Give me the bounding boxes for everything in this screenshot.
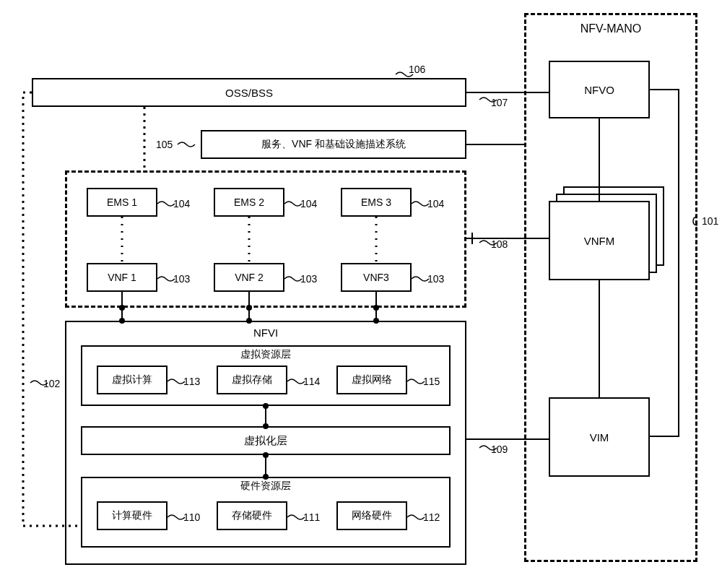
ems2-box: EMS 2 bbox=[214, 188, 284, 217]
vim-label: VIM bbox=[590, 431, 609, 444]
n104b: 104 bbox=[300, 198, 317, 209]
hcompute-box: 计算硬件 bbox=[97, 501, 168, 530]
vrl-title: 虚拟资源层 bbox=[82, 348, 449, 361]
n102: 102 bbox=[43, 378, 60, 389]
vcompute-box: 虚拟计算 bbox=[97, 366, 168, 394]
hnetwork-label: 网络硬件 bbox=[352, 509, 392, 522]
n114: 114 bbox=[303, 376, 320, 387]
nfvi-title: NFVI bbox=[66, 327, 465, 339]
desc-box: 服务、VNF 和基础设施描述系统 bbox=[201, 130, 466, 159]
ems1-label: EMS 1 bbox=[107, 196, 137, 208]
vnf2-box: VNF 2 bbox=[214, 263, 284, 292]
vnfm-box: VNFM bbox=[549, 201, 650, 280]
nfvo-box: NFVO bbox=[549, 61, 650, 118]
vnf1-box: VNF 1 bbox=[87, 263, 157, 292]
n109: 109 bbox=[491, 444, 508, 455]
vstorage-label: 虚拟存储 bbox=[232, 373, 272, 386]
hstorage-box: 存储硬件 bbox=[217, 501, 287, 530]
hstorage-label: 存储硬件 bbox=[232, 509, 272, 522]
oss-bss-label: OSS/BSS bbox=[225, 87, 273, 99]
vnf3-label: VNF3 bbox=[363, 272, 389, 283]
n107: 107 bbox=[491, 97, 508, 108]
vnf2-label: VNF 2 bbox=[235, 272, 264, 283]
vnetwork-label: 虚拟网络 bbox=[352, 373, 392, 386]
n103b: 103 bbox=[300, 273, 317, 285]
hcompute-label: 计算硬件 bbox=[112, 509, 152, 522]
vstorage-box: 虚拟存储 bbox=[217, 366, 287, 394]
n106: 106 bbox=[409, 64, 425, 75]
nfvo-label: NFVO bbox=[584, 84, 614, 96]
n108: 108 bbox=[491, 238, 508, 250]
vnetwork-box: 虚拟网络 bbox=[336, 366, 407, 394]
n113: 113 bbox=[183, 376, 200, 387]
desc-label: 服务、VNF 和基础设施描述系统 bbox=[261, 138, 406, 151]
n111: 111 bbox=[303, 511, 320, 523]
n104a: 104 bbox=[173, 198, 190, 209]
n105: 105 bbox=[156, 139, 173, 150]
n101: 101 bbox=[702, 215, 718, 227]
vl-title: 虚拟化层 bbox=[244, 434, 287, 448]
n104c: 104 bbox=[427, 198, 444, 209]
n115: 115 bbox=[423, 376, 440, 387]
vl-box: 虚拟化层 bbox=[81, 426, 451, 455]
mano-title: NFV-MANO bbox=[526, 22, 695, 35]
vnf3-box: VNF3 bbox=[341, 263, 412, 292]
hnetwork-box: 网络硬件 bbox=[336, 501, 407, 530]
hrl-title: 硬件资源层 bbox=[82, 480, 449, 493]
n110: 110 bbox=[183, 511, 200, 523]
vcompute-label: 虚拟计算 bbox=[112, 373, 152, 386]
ems3-box: EMS 3 bbox=[341, 188, 412, 217]
vnf1-label: VNF 1 bbox=[108, 272, 136, 283]
vnfm-label: VNFM bbox=[584, 235, 615, 247]
oss-bss-box: OSS/BSS bbox=[32, 78, 466, 107]
n103a: 103 bbox=[173, 273, 190, 285]
ems3-label: EMS 3 bbox=[361, 196, 391, 208]
ems1-box: EMS 1 bbox=[87, 188, 157, 217]
n103c: 103 bbox=[427, 273, 444, 285]
n112: 112 bbox=[423, 511, 440, 523]
vim-box: VIM bbox=[549, 397, 650, 477]
ems2-label: EMS 2 bbox=[234, 196, 264, 208]
